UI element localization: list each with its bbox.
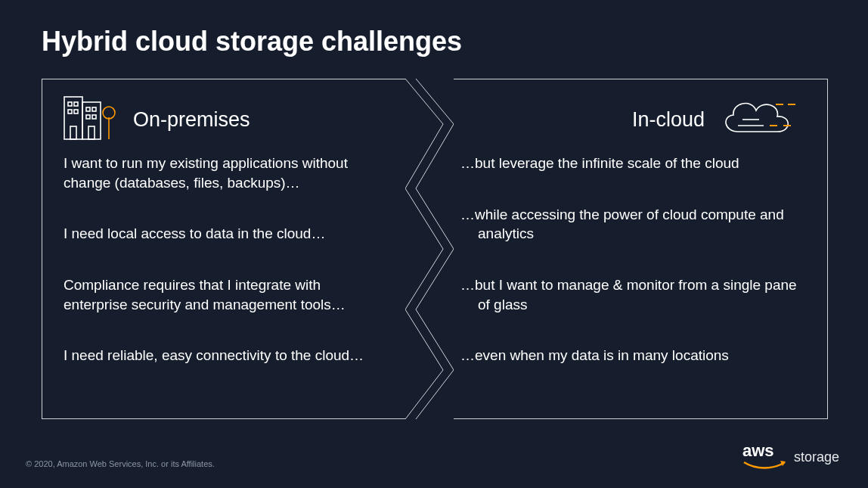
svg-rect-1 (82, 102, 101, 139)
svg-rect-10 (70, 126, 76, 139)
panel-left-header: On-premises (64, 93, 386, 146)
svg-rect-9 (92, 115, 96, 119)
svg-rect-2 (68, 102, 72, 106)
list-item: I need reliable, easy connectivity to th… (64, 346, 386, 365)
svg-point-13 (103, 107, 115, 119)
svg-rect-11 (88, 126, 95, 139)
list-item: I want to run my existing applications w… (64, 154, 386, 192)
svg-rect-3 (74, 102, 78, 106)
slide-title: Hybrid cloud storage challenges (42, 26, 462, 58)
in-cloud-list: …but leverage the infinite scale of the … (454, 154, 798, 365)
svg-rect-0 (64, 97, 82, 139)
panel-left-title: On-premises (133, 108, 250, 132)
list-item: …but leverage the infinite scale of the … (454, 154, 798, 173)
brand-footer: aws storage (742, 443, 839, 474)
aws-logo-icon: aws (742, 443, 786, 474)
svg-rect-8 (86, 115, 90, 119)
panel-in-cloud: In-cloud …but lev (454, 79, 828, 419)
panel-right-header: In-cloud (454, 93, 798, 146)
list-item: Compliance requires that I integrate wit… (64, 275, 386, 314)
building-icon (64, 96, 122, 143)
list-item: …while accessing the power of cloud comp… (454, 205, 798, 244)
panels-container: On-premises I want to run my existing ap… (42, 79, 828, 419)
cloud-icon (715, 94, 798, 145)
on-premises-list: I want to run my existing applications w… (64, 154, 386, 365)
brand-subtext: storage (794, 449, 839, 474)
svg-rect-4 (68, 110, 72, 113)
copyright-text: © 2020, Amazon Web Services, Inc. or its… (26, 459, 215, 468)
list-item: …but I want to manage & monitor from a s… (454, 275, 798, 314)
svg-rect-7 (92, 107, 96, 111)
panel-right-title: In-cloud (632, 108, 705, 132)
zigzag-divider-icon (405, 79, 454, 419)
svg-rect-5 (74, 110, 78, 113)
svg-text:aws: aws (742, 443, 774, 460)
panel-on-premises: On-premises I want to run my existing ap… (42, 79, 405, 419)
svg-rect-6 (86, 107, 90, 111)
list-item: I need local access to data in the cloud… (64, 224, 386, 244)
list-item: …even when my data is in many locations (454, 346, 798, 365)
